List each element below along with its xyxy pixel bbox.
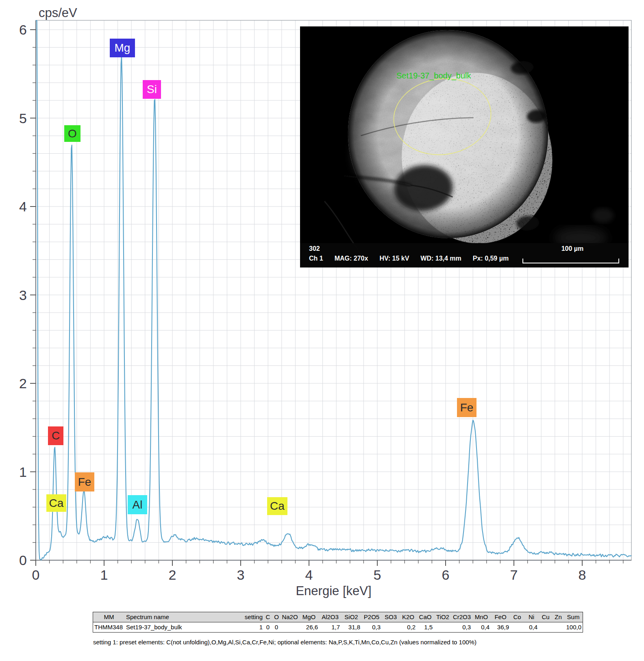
element-label-Ca: Ca xyxy=(46,494,66,512)
y-tick-label: 4 xyxy=(19,199,27,214)
header-cell: C xyxy=(264,612,272,622)
element-label-Si: Si xyxy=(143,80,161,99)
data-cell xyxy=(281,622,299,632)
header-cell: K2O xyxy=(400,612,417,622)
y-axis-title: cps/eV xyxy=(39,6,77,20)
x-tick-label: 2 xyxy=(169,567,176,583)
data-cell: 26,6 xyxy=(299,622,319,632)
element-label-C: C xyxy=(48,426,63,445)
x-tick-label: 4 xyxy=(305,567,313,583)
header-cell: SO3 xyxy=(382,612,400,622)
data-cell: 1,5 xyxy=(417,622,434,632)
table-footnote: setting 1: preset elements: C(not unfold… xyxy=(93,639,476,646)
header-cell: Cu xyxy=(539,612,553,622)
y-tick-label: 2 xyxy=(19,376,27,391)
data-cell: 1 xyxy=(235,622,264,632)
y-tick-label: 0 xyxy=(19,552,27,568)
element-label-Fe: Fe xyxy=(75,472,94,491)
header-cell: Co xyxy=(510,612,524,622)
header-cell: MnO xyxy=(472,612,491,622)
data-cell xyxy=(510,622,524,632)
element-label-Al: Al xyxy=(128,495,147,514)
quantification-table: MMSpectrum namesettingCONa2OMgOAl2O3SiO2… xyxy=(93,612,583,633)
sem-mag: MAG: 270x xyxy=(335,255,368,262)
data-cell: 0,3 xyxy=(452,622,472,632)
sem-scalebar-tick xyxy=(618,259,619,263)
sem-scalebar-tick xyxy=(522,259,523,263)
x-tick-label: 8 xyxy=(579,567,586,583)
header-cell: Zn xyxy=(553,612,564,622)
element-label-O: O xyxy=(64,125,80,142)
element-label-Mg: Mg xyxy=(110,39,135,57)
element-label-Fe: Fe xyxy=(457,398,476,417)
sem-px: Px: 0,59 µm xyxy=(473,255,509,262)
eds-report: 0123456012345678 cps/eV Energie [keV] CC… xyxy=(0,0,644,661)
header-cell: TiO2 xyxy=(434,612,452,622)
header-cell: O xyxy=(272,612,281,622)
data-cell: 36,9 xyxy=(491,622,510,632)
header-cell: SiO2 xyxy=(341,612,361,622)
table-row: THMM348Set19-37_body_bulk10026,61,731,80… xyxy=(93,622,583,632)
element-label-Ca: Ca xyxy=(267,497,287,515)
data-cell: 0,2 xyxy=(400,622,417,632)
sem-frame-id: 302 xyxy=(309,245,320,252)
data-cell: 0,4 xyxy=(524,622,539,632)
sem-scalebar-label: 100 µm xyxy=(544,245,601,252)
sem-micrograph: Set19-37_body_bulk xyxy=(300,26,629,267)
sem-sample-label: Set19-37_body_bulk xyxy=(396,71,471,80)
header-cell: Sum xyxy=(564,612,583,622)
y-tick-label: 1 xyxy=(19,464,27,480)
data-cell: 0,4 xyxy=(472,622,491,632)
data-cell xyxy=(553,622,564,632)
quantification-block: MMSpectrum namesettingCONa2OMgOAl2O3SiO2… xyxy=(93,612,583,633)
y-tick-label: 3 xyxy=(19,287,27,303)
sem-hv: HV: 15 kV xyxy=(379,255,409,262)
header-cell: Cr2O3 xyxy=(452,612,472,622)
header-cell: Na2O xyxy=(281,612,299,622)
y-tick-label: 5 xyxy=(19,111,27,126)
data-cell: THMM348 xyxy=(93,622,125,632)
x-tick-label: 5 xyxy=(374,567,381,583)
x-tick-label: 7 xyxy=(510,567,518,583)
sem-caption-bar: 302 100 µm Ch 1 MAG: 270x HV: 15 kV WD: … xyxy=(300,243,629,267)
header-cell: setting xyxy=(235,612,264,622)
x-tick-label: 1 xyxy=(100,567,108,583)
data-cell xyxy=(539,622,553,632)
y-tick-label: 6 xyxy=(19,22,27,37)
x-axis-title: Energie [keV] xyxy=(36,584,631,598)
data-cell: 100,0 xyxy=(564,622,583,632)
header-cell: Al2O3 xyxy=(319,612,341,622)
sem-metadata-row: Ch 1 MAG: 270x HV: 15 kV WD: 13,4 mm Px:… xyxy=(309,255,509,262)
x-tick-label: 3 xyxy=(237,567,245,583)
sem-wd: WD: 13,4 mm xyxy=(420,255,461,262)
sem-scalebar xyxy=(522,263,619,263)
data-cell: 1,7 xyxy=(319,622,341,632)
sem-debris-smudge xyxy=(592,208,614,223)
header-cell: MM xyxy=(93,612,125,622)
data-cell: Set19-37_body_bulk xyxy=(125,622,235,632)
table-header-row: MMSpectrum namesettingCONa2OMgOAl2O3SiO2… xyxy=(93,612,583,622)
data-cell: 0 xyxy=(272,622,281,632)
sem-channel: Ch 1 xyxy=(309,255,323,262)
x-tick-label: 0 xyxy=(32,567,40,583)
header-cell: Ni xyxy=(524,612,539,622)
header-cell: FeO xyxy=(491,612,510,622)
header-cell: P2O5 xyxy=(361,612,382,622)
header-cell: Spectrum name xyxy=(125,612,235,622)
header-cell: MgO xyxy=(299,612,319,622)
data-cell: 0,3 xyxy=(361,622,382,632)
data-cell: 31,8 xyxy=(341,622,361,632)
data-cell xyxy=(382,622,400,632)
data-cell: 0 xyxy=(264,622,272,632)
sem-image-inset: Set19-37_body_bulk 302 100 µm Ch 1 MAG: … xyxy=(300,26,629,267)
data-cell xyxy=(434,622,452,632)
header-cell: CaO xyxy=(417,612,434,622)
x-tick-label: 6 xyxy=(442,567,450,583)
